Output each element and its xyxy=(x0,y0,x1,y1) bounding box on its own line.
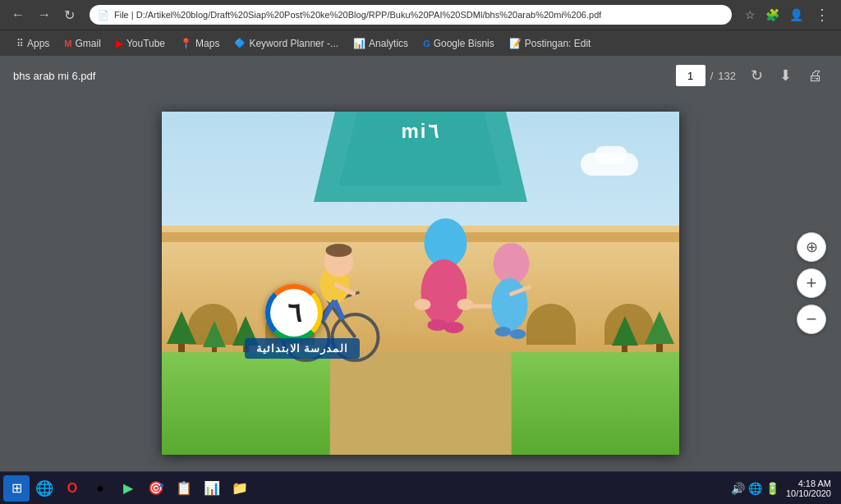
bookmarks-bar: ⠿ Apps M Gmail ▶ YouTube 📍 Maps 🔷 Keywor… xyxy=(0,30,841,56)
file-manager-icon: 📋 xyxy=(176,480,192,496)
keyword-planner-icon: 🔷 xyxy=(234,38,246,48)
pdf-title: bhs arab mi 6.pdf xyxy=(13,70,666,82)
battery-icon[interactable]: 🔋 xyxy=(765,482,779,495)
analytics-label: Analytics xyxy=(369,38,408,49)
google-bisnis-icon: G xyxy=(423,39,430,48)
file-icon: 📄 xyxy=(98,10,109,21)
excel-icon: 📊 xyxy=(204,480,220,496)
book-title-top: mi٦ xyxy=(401,120,439,143)
tree-4 xyxy=(612,316,638,355)
tree-top-5 xyxy=(645,311,674,344)
svg-point-21 xyxy=(427,319,447,331)
tree-top-1 xyxy=(167,311,196,344)
bookmark-maps[interactable]: 📍 Maps xyxy=(173,35,226,52)
postingan-label: Postingan: Edit xyxy=(525,38,591,49)
maps-label: Maps xyxy=(195,38,219,49)
apps-label: Apps xyxy=(27,38,49,49)
back-button[interactable]: ← xyxy=(7,4,30,25)
youtube-icon: ▶ xyxy=(116,38,123,49)
zoom-in-button[interactable]: + xyxy=(797,268,826,298)
tree-5 xyxy=(645,311,674,355)
taskbar-right-area: 🔊 🌐 🔋 4:18 AM 10/10/2020 xyxy=(731,479,838,498)
svg-point-12 xyxy=(325,244,352,257)
taskbar-start-button[interactable]: ⊞ xyxy=(3,475,30,502)
page-separator: / xyxy=(710,70,714,82)
trees-right-group xyxy=(612,311,674,355)
pdf-action-buttons: ↻ ⬇ 🖨 xyxy=(746,63,828,88)
tree-top-4 xyxy=(612,316,638,346)
refresh-button[interactable]: ↻ xyxy=(59,4,80,26)
pdf-toolbar: bhs arab mi 6.pdf / 132 ↻ ⬇ 🖨 xyxy=(0,56,841,95)
address-bar[interactable]: 📄 File | D:/Artikel%20blog/Draft%20Siap%… xyxy=(90,5,732,25)
taskbar-excel-icon[interactable]: 📊 xyxy=(199,475,225,502)
bookmark-analytics[interactable]: 📊 Analytics xyxy=(347,35,415,52)
taskbar-ie-icon[interactable]: 🌐 xyxy=(31,475,57,502)
pdf-page: mi٦ xyxy=(162,112,679,455)
tree-top-2 xyxy=(203,321,226,347)
zoom-out-button[interactable]: − xyxy=(797,305,826,334)
pdf-download-button[interactable]: ⬇ xyxy=(774,63,797,88)
postingan-icon: 📝 xyxy=(509,38,522,49)
time-text: 4:18 AM xyxy=(786,479,831,488)
page-number-input[interactable] xyxy=(676,65,705,86)
taskbar-opera-icon[interactable]: O xyxy=(59,475,85,502)
ground-path xyxy=(330,352,512,455)
svg-point-22 xyxy=(443,322,463,333)
book-cover: mi٦ xyxy=(162,112,679,455)
google-bisnis-label: Google Bisnis xyxy=(434,38,494,49)
keyword-planner-label: Keyword Planner -... xyxy=(249,38,338,49)
taskbar: ⊞ 🌐 O ● ▶ 🎯 📋 📊 📁 🔊 🌐 🔋 4:18 AM 10/10/20… xyxy=(0,471,841,504)
svg-point-18 xyxy=(420,259,466,325)
book-number-badge: ٦ xyxy=(265,284,323,341)
volume-icon[interactable]: 🔊 xyxy=(731,482,745,495)
pdf-print-button[interactable]: 🖨 xyxy=(803,63,828,88)
youtube-label: YouTube xyxy=(126,38,165,49)
page-info: / 132 xyxy=(676,65,736,86)
gmail-icon: M xyxy=(64,39,71,48)
analytics-icon: 📊 xyxy=(353,38,365,49)
bookmark-postingan[interactable]: 📝 Postingan: Edit xyxy=(503,35,598,52)
taskbar-play-icon[interactable]: ▶ xyxy=(115,475,141,502)
zoom-controls: ⊕ + − xyxy=(797,232,826,334)
svg-point-24 xyxy=(493,243,529,284)
bookmark-gmail[interactable]: M Gmail xyxy=(57,35,108,52)
bookmark-keyword-planner[interactable]: 🔷 Keyword Planner -... xyxy=(227,35,345,52)
zoom-fit-button[interactable]: ⊕ xyxy=(797,232,826,262)
taskbar-chrome-icon[interactable]: ● xyxy=(87,475,113,502)
bookmark-star-button[interactable]: ☆ xyxy=(742,5,759,25)
svg-point-25 xyxy=(491,278,527,331)
game-icon: 🎯 xyxy=(148,480,164,496)
bookmark-google-bisnis[interactable]: G Google Bisnis xyxy=(416,35,501,52)
apps-grid-icon: ⠿ xyxy=(16,38,24,49)
forward-button[interactable]: → xyxy=(33,4,56,25)
pdf-content-area: mi٦ xyxy=(0,95,841,471)
taskbar-file-icon[interactable]: 📋 xyxy=(171,475,197,502)
date-text: 10/10/2020 xyxy=(786,488,831,498)
windows-icon: ⊞ xyxy=(11,480,22,496)
network-icon[interactable]: 🌐 xyxy=(748,482,762,495)
tree-1 xyxy=(167,311,196,355)
svg-point-27 xyxy=(494,327,511,337)
pdf-reload-button[interactable]: ↻ xyxy=(746,63,768,88)
tree-2 xyxy=(203,321,226,355)
maps-icon: 📍 xyxy=(180,38,192,49)
taskbar-folder-icon[interactable]: 📁 xyxy=(227,475,253,502)
cloud-right-2 xyxy=(595,146,627,164)
taskbar-target-icon[interactable]: 🎯 xyxy=(143,475,169,502)
clock[interactable]: 4:18 AM 10/10/2020 xyxy=(786,479,831,498)
media-player-icon: ▶ xyxy=(123,480,133,496)
chrome-navigation-bar: ← → ↻ 📄 File | D:/Artikel%20blog/Draft%2… xyxy=(0,0,841,30)
svg-point-28 xyxy=(509,329,526,339)
extension-button[interactable]: 🧩 xyxy=(762,5,783,25)
total-pages: 132 xyxy=(718,70,736,82)
gmail-label: Gmail xyxy=(76,38,101,49)
svg-point-19 xyxy=(414,299,430,310)
ie-browser-icon: 🌐 xyxy=(35,479,53,497)
url-text: File | D:/Artikel%20blog/Draft%20Siap%20… xyxy=(114,10,601,20)
bookmark-apps[interactable]: ⠿ Apps xyxy=(10,35,56,52)
chrome-menu-button[interactable]: ⋮ xyxy=(810,2,834,27)
arabic-text-banner: المدرسة الابتدائية xyxy=(245,338,361,359)
profile-button[interactable]: 👤 xyxy=(786,5,807,25)
folder-icon: 📁 xyxy=(232,480,248,496)
bookmark-youtube[interactable]: ▶ YouTube xyxy=(109,35,172,52)
